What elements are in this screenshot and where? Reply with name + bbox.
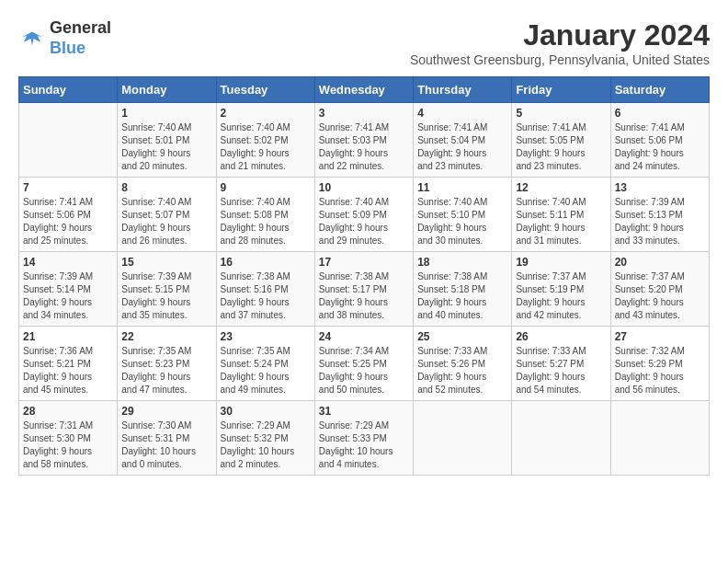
day-info: Sunrise: 7:33 AM Sunset: 5:26 PM Dayligh… bbox=[417, 345, 507, 396]
calendar-subtitle: Southwest Greensburg, Pennsylvania, Unit… bbox=[410, 52, 710, 67]
calendar-cell: 21Sunrise: 7:36 AM Sunset: 5:21 PM Dayli… bbox=[19, 327, 118, 401]
day-info: Sunrise: 7:40 AM Sunset: 5:10 PM Dayligh… bbox=[417, 196, 507, 247]
day-number: 24 bbox=[319, 330, 409, 343]
calendar-cell: 6Sunrise: 7:41 AM Sunset: 5:06 PM Daylig… bbox=[610, 103, 709, 178]
calendar-cell: 12Sunrise: 7:40 AM Sunset: 5:11 PM Dayli… bbox=[512, 178, 610, 252]
calendar-cell: 29Sunrise: 7:30 AM Sunset: 5:31 PM Dayli… bbox=[118, 401, 216, 476]
day-info: Sunrise: 7:35 AM Sunset: 5:24 PM Dayligh… bbox=[221, 345, 311, 396]
header-cell-tuesday: Tuesday bbox=[216, 77, 314, 103]
day-info: Sunrise: 7:41 AM Sunset: 5:03 PM Dayligh… bbox=[319, 121, 409, 173]
page-header: General Blue January 2024 Southwest Gree… bbox=[18, 18, 710, 67]
day-info: Sunrise: 7:37 AM Sunset: 5:20 PM Dayligh… bbox=[615, 270, 705, 322]
calendar-cell: 3Sunrise: 7:41 AM Sunset: 5:03 PM Daylig… bbox=[314, 103, 413, 178]
day-info: Sunrise: 7:38 AM Sunset: 5:16 PM Dayligh… bbox=[221, 270, 311, 322]
day-number: 31 bbox=[319, 405, 409, 418]
calendar-cell: 15Sunrise: 7:39 AM Sunset: 5:15 PM Dayli… bbox=[118, 252, 216, 327]
day-info: Sunrise: 7:40 AM Sunset: 5:08 PM Dayligh… bbox=[221, 196, 311, 247]
day-info: Sunrise: 7:40 AM Sunset: 5:01 PM Dayligh… bbox=[121, 121, 211, 173]
day-number: 9 bbox=[221, 181, 311, 194]
day-info: Sunrise: 7:39 AM Sunset: 5:13 PM Dayligh… bbox=[615, 196, 705, 247]
day-number: 10 bbox=[319, 181, 409, 194]
day-info: Sunrise: 7:36 AM Sunset: 5:21 PM Dayligh… bbox=[23, 345, 113, 396]
calendar-cell: 22Sunrise: 7:35 AM Sunset: 5:23 PM Dayli… bbox=[118, 327, 216, 401]
day-number: 28 bbox=[23, 405, 113, 418]
day-info: Sunrise: 7:40 AM Sunset: 5:11 PM Dayligh… bbox=[516, 196, 606, 247]
day-info: Sunrise: 7:39 AM Sunset: 5:15 PM Dayligh… bbox=[121, 270, 211, 322]
calendar-cell: 13Sunrise: 7:39 AM Sunset: 5:13 PM Dayli… bbox=[610, 178, 709, 252]
calendar-cell: 30Sunrise: 7:29 AM Sunset: 5:32 PM Dayli… bbox=[216, 401, 314, 476]
day-number: 4 bbox=[417, 107, 507, 120]
calendar-cell: 16Sunrise: 7:38 AM Sunset: 5:16 PM Dayli… bbox=[216, 252, 314, 327]
calendar-cell: 19Sunrise: 7:37 AM Sunset: 5:19 PM Dayli… bbox=[512, 252, 610, 327]
calendar-cell: 17Sunrise: 7:38 AM Sunset: 5:17 PM Dayli… bbox=[314, 252, 413, 327]
calendar-cell bbox=[414, 401, 512, 476]
day-info: Sunrise: 7:39 AM Sunset: 5:14 PM Dayligh… bbox=[23, 270, 113, 322]
day-number: 25 bbox=[417, 330, 507, 343]
header-cell-saturday: Saturday bbox=[610, 77, 709, 103]
day-number: 11 bbox=[417, 181, 507, 194]
day-info: Sunrise: 7:37 AM Sunset: 5:19 PM Dayligh… bbox=[516, 270, 606, 322]
calendar-cell: 11Sunrise: 7:40 AM Sunset: 5:10 PM Dayli… bbox=[414, 178, 512, 252]
day-info: Sunrise: 7:31 AM Sunset: 5:30 PM Dayligh… bbox=[23, 419, 113, 471]
header-row: SundayMondayTuesdayWednesdayThursdayFrid… bbox=[19, 77, 710, 103]
calendar-cell: 1Sunrise: 7:40 AM Sunset: 5:01 PM Daylig… bbox=[118, 103, 216, 178]
day-info: Sunrise: 7:30 AM Sunset: 5:31 PM Dayligh… bbox=[121, 419, 211, 471]
header-cell-monday: Monday bbox=[118, 77, 216, 103]
day-info: Sunrise: 7:29 AM Sunset: 5:32 PM Dayligh… bbox=[221, 419, 311, 471]
day-number: 16 bbox=[221, 256, 311, 269]
calendar-cell: 27Sunrise: 7:32 AM Sunset: 5:29 PM Dayli… bbox=[610, 327, 709, 401]
day-number: 19 bbox=[516, 256, 606, 269]
day-number: 20 bbox=[615, 256, 705, 269]
day-number: 26 bbox=[516, 330, 606, 343]
day-info: Sunrise: 7:38 AM Sunset: 5:18 PM Dayligh… bbox=[417, 270, 507, 322]
day-number: 2 bbox=[221, 107, 311, 120]
day-info: Sunrise: 7:41 AM Sunset: 5:06 PM Dayligh… bbox=[615, 121, 705, 173]
day-info: Sunrise: 7:40 AM Sunset: 5:07 PM Dayligh… bbox=[121, 196, 211, 247]
header-cell-thursday: Thursday bbox=[414, 77, 512, 103]
calendar-cell bbox=[610, 401, 709, 476]
day-number: 6 bbox=[615, 107, 705, 120]
logo-text: General Blue bbox=[50, 18, 111, 58]
calendar-week-4: 21Sunrise: 7:36 AM Sunset: 5:21 PM Dayli… bbox=[19, 327, 710, 401]
day-info: Sunrise: 7:40 AM Sunset: 5:02 PM Dayligh… bbox=[221, 121, 311, 173]
day-info: Sunrise: 7:33 AM Sunset: 5:27 PM Dayligh… bbox=[516, 345, 606, 396]
calendar-cell: 2Sunrise: 7:40 AM Sunset: 5:02 PM Daylig… bbox=[216, 103, 314, 178]
calendar-table: SundayMondayTuesdayWednesdayThursdayFrid… bbox=[18, 76, 710, 476]
day-info: Sunrise: 7:40 AM Sunset: 5:09 PM Dayligh… bbox=[319, 196, 409, 247]
title-block: January 2024 Southwest Greensburg, Penns… bbox=[410, 18, 710, 67]
calendar-week-3: 14Sunrise: 7:39 AM Sunset: 5:14 PM Dayli… bbox=[19, 252, 710, 327]
calendar-cell: 26Sunrise: 7:33 AM Sunset: 5:27 PM Dayli… bbox=[512, 327, 610, 401]
calendar-cell: 8Sunrise: 7:40 AM Sunset: 5:07 PM Daylig… bbox=[118, 178, 216, 252]
calendar-cell: 18Sunrise: 7:38 AM Sunset: 5:18 PM Dayli… bbox=[414, 252, 512, 327]
calendar-cell bbox=[19, 103, 118, 178]
day-number: 13 bbox=[615, 181, 705, 194]
day-number: 18 bbox=[417, 256, 507, 269]
day-number: 27 bbox=[615, 330, 705, 343]
day-number: 3 bbox=[319, 107, 409, 120]
calendar-header: SundayMondayTuesdayWednesdayThursdayFrid… bbox=[19, 77, 710, 103]
day-number: 22 bbox=[121, 330, 211, 343]
calendar-week-2: 7Sunrise: 7:41 AM Sunset: 5:06 PM Daylig… bbox=[19, 178, 710, 252]
calendar-cell: 7Sunrise: 7:41 AM Sunset: 5:06 PM Daylig… bbox=[19, 178, 118, 252]
calendar-cell: 5Sunrise: 7:41 AM Sunset: 5:05 PM Daylig… bbox=[512, 103, 610, 178]
header-cell-friday: Friday bbox=[512, 77, 610, 103]
logo-icon bbox=[18, 25, 46, 52]
calendar-cell: 4Sunrise: 7:41 AM Sunset: 5:04 PM Daylig… bbox=[414, 103, 512, 178]
day-info: Sunrise: 7:41 AM Sunset: 5:06 PM Dayligh… bbox=[23, 196, 113, 247]
day-number: 14 bbox=[23, 256, 113, 269]
calendar-cell: 10Sunrise: 7:40 AM Sunset: 5:09 PM Dayli… bbox=[314, 178, 413, 252]
calendar-body: 1Sunrise: 7:40 AM Sunset: 5:01 PM Daylig… bbox=[19, 103, 710, 476]
header-cell-sunday: Sunday bbox=[19, 77, 118, 103]
day-info: Sunrise: 7:34 AM Sunset: 5:25 PM Dayligh… bbox=[319, 345, 409, 396]
calendar-week-1: 1Sunrise: 7:40 AM Sunset: 5:01 PM Daylig… bbox=[19, 103, 710, 178]
day-number: 23 bbox=[221, 330, 311, 343]
day-number: 7 bbox=[23, 181, 113, 194]
logo: General Blue bbox=[18, 18, 111, 58]
day-info: Sunrise: 7:41 AM Sunset: 5:05 PM Dayligh… bbox=[516, 121, 606, 173]
day-number: 17 bbox=[319, 256, 409, 269]
calendar-cell: 23Sunrise: 7:35 AM Sunset: 5:24 PM Dayli… bbox=[216, 327, 314, 401]
day-number: 1 bbox=[121, 107, 211, 120]
day-info: Sunrise: 7:35 AM Sunset: 5:23 PM Dayligh… bbox=[121, 345, 211, 396]
calendar-cell bbox=[512, 401, 610, 476]
header-cell-wednesday: Wednesday bbox=[314, 77, 413, 103]
